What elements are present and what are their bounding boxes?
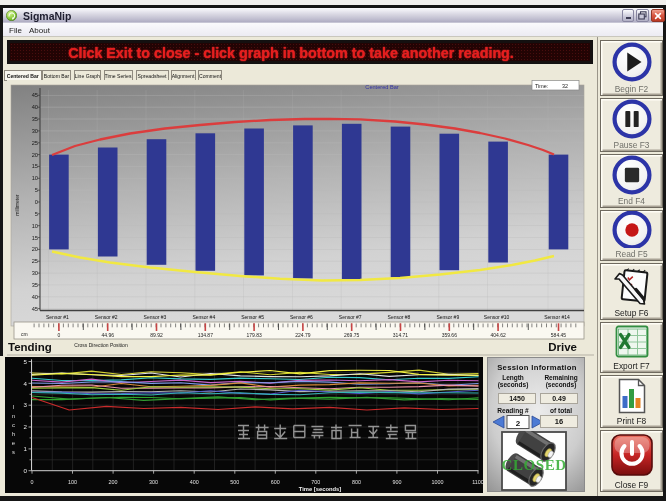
svg-text:Sensor #6: Sensor #6 xyxy=(290,314,313,320)
svg-text:700: 700 xyxy=(311,479,320,485)
svg-text:15: 15 xyxy=(32,163,38,169)
svg-text:n: n xyxy=(12,413,15,419)
svg-text:40: 40 xyxy=(32,104,38,110)
svg-text:Time:: Time: xyxy=(535,83,548,89)
svg-text:30: 30 xyxy=(32,128,38,134)
svg-text:cm: cm xyxy=(21,331,28,337)
svg-text:3: 3 xyxy=(24,401,28,408)
svg-text:20: 20 xyxy=(32,246,38,252)
svg-text:5: 5 xyxy=(24,358,28,365)
svg-text:Sensor #7: Sensor #7 xyxy=(339,314,362,320)
svg-text:400: 400 xyxy=(190,479,199,485)
svg-text:4: 4 xyxy=(24,380,28,387)
svg-text:Sensor #3: Sensor #3 xyxy=(144,314,167,320)
svg-text:Sensor #5: Sensor #5 xyxy=(241,314,264,320)
svg-text:584.45: 584.45 xyxy=(551,332,567,338)
svg-text:15: 15 xyxy=(32,235,38,241)
svg-text:h: h xyxy=(12,431,15,437)
svg-text:0: 0 xyxy=(58,332,61,338)
svg-text:25: 25 xyxy=(32,140,38,146)
svg-text:0: 0 xyxy=(24,467,28,474)
svg-text:CLOSED: CLOSED xyxy=(502,457,567,473)
svg-text:269.75: 269.75 xyxy=(344,332,360,338)
svg-text:Time [seconds]: Time [seconds] xyxy=(299,486,341,492)
svg-text:1000: 1000 xyxy=(432,479,444,485)
svg-text:Sensor #4: Sensor #4 xyxy=(192,314,215,320)
svg-text:s: s xyxy=(12,449,15,455)
svg-text:32: 32 xyxy=(562,83,568,89)
svg-text:100: 100 xyxy=(68,479,77,485)
svg-text:Tending: Tending xyxy=(8,341,52,353)
svg-text:200: 200 xyxy=(109,479,118,485)
svg-text:404.62: 404.62 xyxy=(490,332,506,338)
svg-text:millimeter: millimeter xyxy=(14,194,20,216)
svg-text:1: 1 xyxy=(24,445,28,452)
svg-text:c: c xyxy=(12,422,15,428)
svg-text:35: 35 xyxy=(32,282,38,288)
svg-text:10: 10 xyxy=(32,223,38,229)
svg-text:Cross Direction Position: Cross Direction Position xyxy=(74,342,128,348)
svg-text:20: 20 xyxy=(32,152,38,158)
svg-text:25: 25 xyxy=(32,258,38,264)
svg-text:35: 35 xyxy=(32,116,38,122)
svg-text:Sensor #2: Sensor #2 xyxy=(95,314,118,320)
svg-text:Sensor #8: Sensor #8 xyxy=(388,314,411,320)
svg-text:500: 500 xyxy=(230,479,239,485)
svg-text:600: 600 xyxy=(271,479,280,485)
svg-text:10: 10 xyxy=(32,175,38,181)
svg-text:359.66: 359.66 xyxy=(442,332,458,338)
svg-text:800: 800 xyxy=(352,479,361,485)
svg-text:179.83: 179.83 xyxy=(246,332,262,338)
svg-text:Sensor #1: Sensor #1 xyxy=(46,314,69,320)
svg-text:40: 40 xyxy=(32,294,38,300)
svg-text:314.71: 314.71 xyxy=(393,332,409,338)
svg-text:44.96: 44.96 xyxy=(101,332,114,338)
svg-text:224.79: 224.79 xyxy=(295,332,311,338)
svg-text:Drive: Drive xyxy=(548,341,577,353)
svg-text:Centered Bar: Centered Bar xyxy=(365,84,398,90)
svg-text:300: 300 xyxy=(149,479,158,485)
svg-text:900: 900 xyxy=(392,479,401,485)
svg-text:1100: 1100 xyxy=(472,479,484,485)
svg-text:45: 45 xyxy=(32,92,38,98)
svg-text:2: 2 xyxy=(24,423,28,430)
svg-text:134.87: 134.87 xyxy=(198,332,214,338)
svg-text:Sensor #14: Sensor #14 xyxy=(544,314,570,320)
svg-text:Sensor #10: Sensor #10 xyxy=(484,314,510,320)
svg-text:45: 45 xyxy=(32,306,38,312)
svg-text:Sensor #9: Sensor #9 xyxy=(436,314,459,320)
svg-text:2: 2 xyxy=(516,419,521,428)
svg-text:0: 0 xyxy=(31,479,34,485)
svg-text:89.92: 89.92 xyxy=(150,332,163,338)
svg-text:30: 30 xyxy=(32,270,38,276)
